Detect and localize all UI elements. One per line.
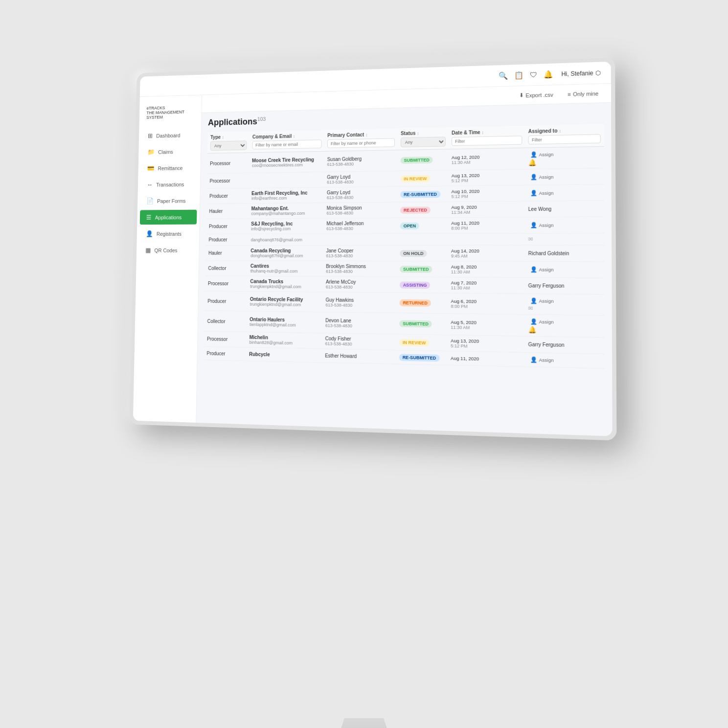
cell-datetime: Aug 10, 20205:12 PM — [448, 185, 525, 202]
assigned-filter-input[interactable] — [528, 134, 601, 144]
company-filter-input[interactable] — [252, 139, 321, 149]
sidebar-item-dashboard[interactable]: ⊞ Dashboard — [141, 128, 198, 143]
sidebar-item-claims[interactable]: 📁 Claims — [141, 144, 198, 159]
table-title-text: Applications — [208, 117, 257, 128]
cell-company: Mahantango Ent.company@mahantango.com — [249, 203, 324, 219]
col-company: Company & Email ↕ — [250, 130, 325, 153]
assign-button[interactable]: 👤 Assign — [528, 189, 556, 198]
sidebar-item-label: Paper Forms — [157, 198, 185, 204]
col-type: Type ↕ Any Processor Producer Hauler Col… — [207, 132, 250, 154]
cell-datetime: Aug 14, 20209:45 AM — [448, 245, 525, 261]
cell-datetime: Aug 11, 2020 — [448, 351, 525, 367]
assign-button[interactable]: 👤 Assign — [528, 221, 556, 229]
only-mine-button[interactable]: ≡ Only mine — [564, 88, 603, 99]
cell-assigned: 👤 Assign — [525, 168, 604, 185]
cell-status: SUBMITTED — [397, 149, 449, 171]
cell-status: REJECTED — [397, 202, 449, 218]
cell-status: OPEN — [397, 218, 448, 234]
cell-status: ON HOLD — [397, 245, 448, 261]
sidebar-item-label: Remittance — [158, 165, 182, 171]
assign-button[interactable]: 👤 Assign — [528, 355, 556, 364]
sidebar-item-remittance[interactable]: 💳 Remittance — [141, 160, 198, 176]
cell-assigned: 👤 Assign🔔 — [525, 146, 604, 169]
cell-type: Processor — [205, 276, 248, 292]
export-csv-button[interactable]: ⬇ Export .csv — [515, 89, 558, 101]
sidebar-logo: eTRACKS THE MANAGEMENT SYSTEM — [139, 101, 202, 127]
sidebar-item-transactions[interactable]: ↔ Transactions — [140, 177, 198, 192]
cell-status: SUBMITTED — [397, 261, 448, 277]
file-icon[interactable]: 📋 — [514, 70, 524, 80]
cell-type: Processor — [207, 153, 249, 174]
export-label: Export .csv — [525, 91, 553, 98]
filter-icon: ≡ — [568, 91, 571, 97]
cell-type: Producer — [204, 346, 247, 361]
bell-icon[interactable]: 🔔 — [544, 69, 553, 79]
cell-assigned: Richard Goldstein — [525, 245, 604, 261]
transactions-icon: ↔ — [147, 181, 153, 188]
logout-icon[interactable]: ⬡ — [595, 69, 601, 76]
alert-bell-icon: 🔔 — [528, 159, 537, 167]
sort-icon-type[interactable]: ↕ — [222, 135, 224, 140]
sort-icon-assigned[interactable]: ↕ — [559, 128, 561, 133]
sort-icon-contact[interactable]: ↕ — [365, 133, 367, 137]
assign-button[interactable]: 👤 Assign — [528, 173, 556, 182]
cell-datetime: Aug 8, 202011:30 AM — [448, 261, 525, 277]
cell-contact: Susan Goldberg613-538-4830 — [324, 150, 398, 172]
cell-assigned: ✉ — [525, 233, 604, 245]
dashboard-icon: ⊞ — [148, 132, 153, 139]
cell-type: Producer — [206, 188, 249, 204]
remittance-icon: 💳 — [147, 165, 155, 172]
cell-company: Earth First Recycling, Incinfo@earthrec.… — [249, 187, 324, 204]
assign-button[interactable]: 👤 Assign — [528, 265, 556, 274]
cell-assigned: 👤 Assign🔔 — [525, 315, 605, 338]
cell-datetime: Aug 6, 20208:00 PM — [448, 293, 525, 315]
sidebar-item-qr-codes[interactable]: ▦ QR Codes — [139, 243, 196, 257]
assign-button[interactable]: 👤 Assign — [528, 317, 556, 326]
mail-icon: ✉ — [528, 236, 533, 242]
cell-assigned: 👤 Assign — [525, 217, 604, 233]
sort-icon-status[interactable]: ↕ — [417, 131, 419, 136]
monitor-screen: 🔍 📋 🛡 🔔 Hi, Stefanie ⬡ eTRACKS THE MANAG… — [133, 62, 613, 436]
cell-datetime: Aug 9, 202011:34 AM — [448, 201, 525, 218]
status-filter-select[interactable]: Any — [401, 136, 446, 147]
type-filter-select[interactable]: Any Processor Producer Hauler Collector — [210, 140, 247, 151]
cell-datetime: Aug 11, 20208:00 PM — [448, 217, 525, 233]
sidebar-item-applications[interactable]: ☰ Applications — [140, 210, 197, 225]
cell-status: RE-SUBMITTED — [396, 350, 448, 365]
cell-contact: Guy Hawkins613-538-4830 — [322, 292, 396, 313]
cell-company: Cantiresthuhanq-nutr@gmail.com — [248, 261, 323, 276]
qr-codes-icon: ▦ — [145, 247, 151, 253]
table-container: Applications103 Type ↕ Any — [197, 103, 612, 374]
search-icon[interactable]: 🔍 — [499, 71, 508, 80]
sidebar-item-registrants[interactable]: 👤 Registrants — [139, 226, 197, 241]
cell-company: Ontario Haulerstienlappktnd@gmail.com — [247, 311, 322, 333]
shield-icon[interactable]: 🛡 — [530, 70, 538, 79]
paper-forms-icon: 📄 — [146, 197, 154, 204]
table-count: 103 — [257, 116, 266, 122]
cell-contact: Garry Loyd613-538-4830 — [324, 171, 397, 187]
datetime-filter-input[interactable] — [452, 136, 522, 146]
cell-type: Processor — [207, 173, 249, 189]
sidebar-item-label: Dashboard — [156, 132, 180, 138]
cell-company: Canada Recyclingdonghoang87hl@gmail.com — [248, 246, 323, 261]
sidebar-item-label: Applications — [155, 214, 182, 220]
cell-contact: Esther Howard — [322, 349, 396, 364]
topbar-user: Hi, Stefanie ⬡ — [561, 69, 600, 77]
claims-icon: 📁 — [147, 148, 155, 156]
logo-tagline: THE MANAGEMENT SYSTEM — [146, 110, 194, 120]
sort-icon-company[interactable]: ↕ — [293, 134, 295, 139]
sort-icon-datetime[interactable]: ↕ — [481, 130, 484, 135]
sidebar: eTRACKS THE MANAGEMENT SYSTEM ⊞ Dashboar… — [133, 95, 202, 423]
cell-datetime: Aug 12, 202011:30 AM — [449, 148, 525, 170]
cell-datetime: Aug 13, 20205:12 PM — [448, 335, 525, 353]
table-row: CollectorCantiresthuhanq-nutr@gmail.comB… — [205, 261, 605, 278]
cell-contact — [323, 233, 397, 245]
assign-button[interactable]: 👤 Assign — [528, 296, 556, 305]
monitor-wrapper: 🔍 📋 🛡 🔔 Hi, Stefanie ⬡ eTRACKS THE MANAG… — [95, 0, 633, 728]
sidebar-item-label: QR Codes — [154, 247, 177, 253]
cell-contact: Garry Loyd613-538-4830 — [324, 186, 397, 203]
cell-assigned: Garry Ferguson — [525, 277, 604, 294]
assign-button[interactable]: 👤 Assign — [528, 150, 556, 159]
contact-filter-input[interactable] — [327, 138, 395, 148]
sidebar-item-paper-forms[interactable]: 📄 Paper Forms — [140, 193, 197, 208]
